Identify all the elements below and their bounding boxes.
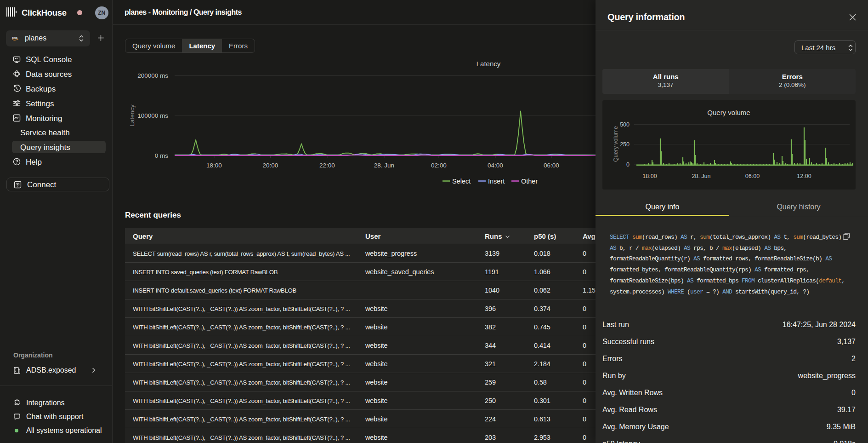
svg-text:aws: aws <box>12 36 18 39</box>
svg-text:12:00: 12:00 <box>797 173 811 179</box>
svg-text:Query volume: Query volume <box>707 109 750 116</box>
svg-text:Query volume: Query volume <box>613 126 619 162</box>
svg-text:500: 500 <box>620 121 630 128</box>
svg-text:28. Jun: 28. Jun <box>692 173 710 179</box>
svg-text:18:00: 18:00 <box>642 173 657 179</box>
svg-text:22:00: 22:00 <box>319 162 335 169</box>
svg-text:200000 ms: 200000 ms <box>137 72 168 79</box>
svg-text:Insert: Insert <box>488 178 505 185</box>
svg-text:250: 250 <box>620 141 630 148</box>
svg-text:18:00: 18:00 <box>206 162 222 169</box>
svg-text:Latency: Latency <box>129 104 136 127</box>
svg-text:Other: Other <box>521 178 538 185</box>
svg-text:06:00: 06:00 <box>745 173 760 179</box>
svg-text:06:00: 06:00 <box>544 162 559 169</box>
svg-text:0 ms: 0 ms <box>155 152 169 159</box>
svg-text:28. Jun: 28. Jun <box>374 162 394 169</box>
svg-text:02:00: 02:00 <box>431 162 447 169</box>
svg-text:100000 ms: 100000 ms <box>137 112 168 119</box>
svg-text:Select: Select <box>452 178 471 185</box>
svg-text:Latency: Latency <box>477 60 501 68</box>
svg-text:04:00: 04:00 <box>488 162 503 169</box>
svg-text:0: 0 <box>626 161 630 168</box>
svg-text:20:00: 20:00 <box>263 162 278 169</box>
